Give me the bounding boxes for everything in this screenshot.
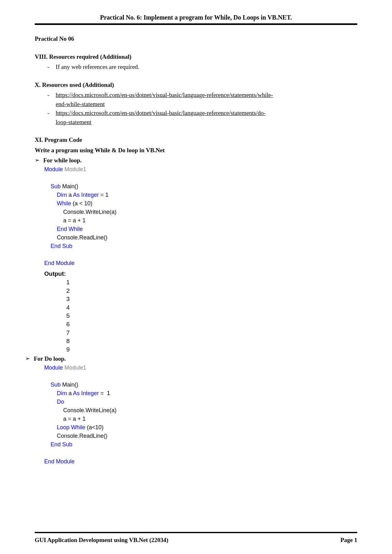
while-code-block: Module Module1 Sub Main() Dim a As Integ…: [44, 165, 357, 268]
code-token: Sub: [44, 183, 61, 190]
footer-right: Page 1: [341, 536, 357, 545]
footer-rule: [35, 532, 357, 533]
link-text-1b[interactable]: end-while-statement: [56, 101, 105, 107]
output-line: 6: [66, 321, 70, 328]
program-code-heading: XI. Program Code: [35, 135, 357, 145]
code-token: End: [44, 441, 61, 448]
code-token: Main(): [61, 183, 78, 190]
code-token: Module: [44, 166, 63, 172]
footer-left: GUI Application Development using VB.Net…: [35, 536, 168, 545]
code-token: Module: [56, 260, 75, 266]
output-line: 8: [66, 338, 70, 344]
code-token: Sub: [62, 441, 72, 448]
do-loop-label: For Do loop.: [34, 354, 66, 364]
do-loop-bullet: ➢ For Do loop.: [25, 354, 357, 364]
code-token: Sub: [44, 382, 61, 388]
code-token: As Integer: [73, 390, 99, 396]
code-token: While: [71, 424, 85, 431]
resource-link-2: - https://docs.microsoft.com/en-us/dotne…: [47, 109, 357, 127]
code-token: =: [99, 390, 106, 396]
code-token: End: [44, 243, 61, 249]
code-token: a: [67, 390, 73, 396]
resources-required-item: - If any web references are required.: [47, 63, 357, 72]
dash-icon: -: [47, 91, 49, 100]
code-token: Sub: [62, 243, 72, 249]
code-token: End: [44, 458, 54, 465]
page-footer: GUI Application Development using VB.Net…: [35, 532, 357, 545]
do-code-block: Module Module1 Sub Main() Dim a As Integ…: [44, 364, 357, 466]
code-token: Loop: [44, 424, 69, 431]
output-line: 5: [66, 312, 70, 319]
code-token: While: [44, 200, 71, 207]
output-line: 4: [66, 304, 70, 311]
page-header-title: Practical No. 6: Implement a program for…: [35, 13, 357, 22]
code-token: 1: [106, 390, 110, 396]
code-token: Console.WriteLine(a): [44, 407, 117, 413]
while-output: 1 2 3 4 5 6 7 8 9: [66, 278, 357, 354]
program-code-subheading: Write a program using While & Do loop in…: [35, 146, 357, 155]
dash-icon: -: [47, 109, 49, 118]
arrow-icon: ➢: [25, 354, 30, 363]
code-token: As Integer: [73, 192, 99, 198]
output-line: 1: [66, 279, 70, 286]
code-token: Module1: [63, 364, 86, 371]
link-text-2a[interactable]: https://docs.microsoft.com/en-us/dotnet/…: [56, 110, 266, 116]
resources-required-heading: VIII. Resources required (Additional): [35, 52, 357, 62]
code-token: Module: [56, 458, 75, 465]
resources-required-text: If any web references are required.: [56, 63, 139, 72]
code-token: Module: [44, 364, 63, 371]
link-text-2b[interactable]: loop-statement: [56, 119, 91, 125]
while-loop-bullet: ➢ For while loop.: [35, 156, 357, 165]
code-token: Console.ReadLine(): [44, 433, 107, 439]
header-rule: [35, 23, 357, 25]
code-token: Dim: [44, 390, 67, 396]
code-token: Console.WriteLine(a): [44, 209, 117, 215]
output-line: 2: [66, 287, 70, 294]
link-text-1a[interactable]: https://docs.microsoft.com/en-us/dotnet/…: [56, 92, 273, 98]
code-token: End While: [44, 226, 83, 232]
code-token: a: [67, 192, 73, 198]
while-loop-label: For while loop.: [43, 156, 82, 165]
code-token: a = a + 1: [44, 217, 86, 224]
resources-used-heading: X. Resources used (Additional): [35, 81, 357, 90]
code-token: (a<10): [85, 424, 104, 431]
dash-icon: -: [47, 63, 49, 72]
code-token: Main(): [61, 382, 78, 388]
code-token: Do: [44, 399, 64, 405]
resource-link-1: - https://docs.microsoft.com/en-us/dotne…: [47, 91, 357, 109]
output-label: Output:: [44, 269, 357, 279]
code-token: Dim: [44, 192, 67, 198]
code-token: = 1: [99, 192, 109, 198]
code-token: a = a + 1: [44, 416, 86, 422]
practical-no-heading: Practical No 06: [35, 34, 357, 44]
code-token: Module1: [63, 166, 86, 172]
code-token: End: [44, 260, 54, 266]
arrow-icon: ➢: [35, 156, 39, 165]
output-line: 9: [66, 346, 70, 353]
output-line: 3: [66, 296, 70, 302]
code-token: (a < 10): [71, 200, 93, 207]
code-token: Console.ReadLine(): [44, 234, 107, 241]
output-line: 7: [66, 329, 70, 336]
